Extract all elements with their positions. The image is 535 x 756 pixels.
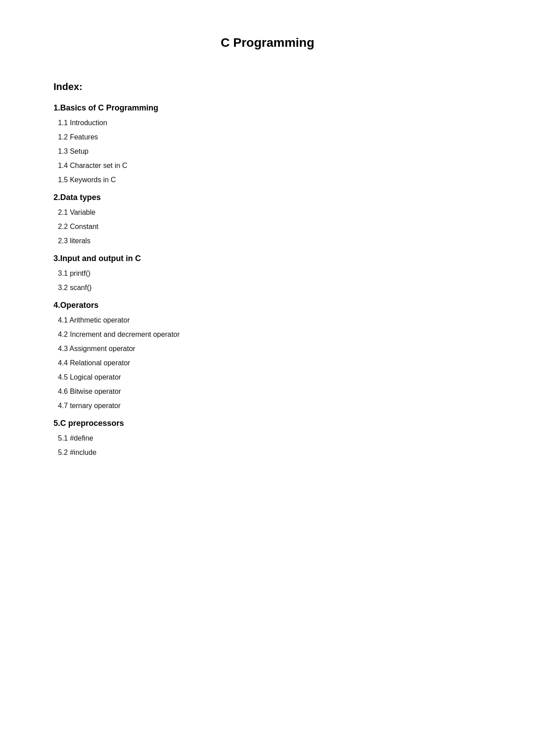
toc-item-4-5: 4.5 Logical operator [58, 373, 482, 381]
toc-item-1-5: 1.5 Keywords in C [58, 176, 482, 184]
toc-item-3-1: 3.1 printf() [58, 270, 482, 278]
toc-item-4-3: 4.3 Assignment operator [58, 345, 482, 353]
toc-item-2-1: 2.1 Variable [58, 208, 482, 217]
toc-item-1-3: 1.3 Setup [58, 147, 482, 155]
section-heading-2: 2.Data types [54, 193, 482, 202]
toc-item-1-2: 1.2 Features [58, 133, 482, 141]
toc-container: 1.Basics of C Programming1.1 Introductio… [54, 103, 482, 457]
index-section: Index: 1.Basics of C Programming1.1 Intr… [54, 81, 482, 457]
index-label: Index: [54, 81, 482, 93]
section-heading-4: 4.Operators [54, 301, 482, 310]
toc-item-1-1: 1.1 Introduction [58, 119, 482, 127]
toc-item-5-2: 5.2 #include [58, 449, 482, 457]
toc-item-4-4: 4.4 Relational operator [58, 359, 482, 367]
section-heading-3: 3.Input and output in C [54, 254, 482, 263]
toc-item-4-7: 4.7 ternary operator [58, 402, 482, 410]
toc-item-3-2: 3.2 scanf() [58, 284, 482, 292]
toc-item-5-1: 5.1 #define [58, 434, 482, 442]
toc-item-2-2: 2.2 Constant [58, 223, 482, 231]
page-title: C Programming [54, 36, 482, 50]
toc-item-1-4: 1.4 Character set in C [58, 162, 482, 170]
section-heading-1: 1.Basics of C Programming [54, 103, 482, 113]
toc-item-2-3: 2.3 literals [58, 237, 482, 245]
toc-item-4-2: 4.2 Increment and decrement operator [58, 331, 482, 339]
section-heading-5: 5.C preprocessors [54, 419, 482, 428]
toc-item-4-1: 4.1 Arithmetic operator [58, 316, 482, 324]
toc-item-4-6: 4.6 Bitwise operator [58, 388, 482, 396]
